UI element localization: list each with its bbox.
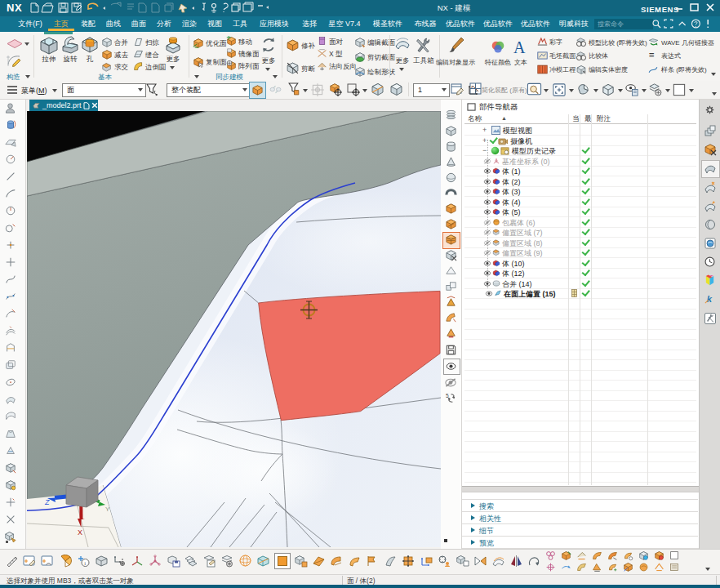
svg-text:Z: Z: [44, 498, 50, 506]
svg-text:X: X: [78, 528, 82, 537]
svg-text:5: 5: [446, 393, 449, 399]
svg-text:Y: Y: [105, 506, 110, 513]
svg-text:k: k: [707, 294, 713, 304]
svg-text:i: i: [84, 560, 86, 567]
